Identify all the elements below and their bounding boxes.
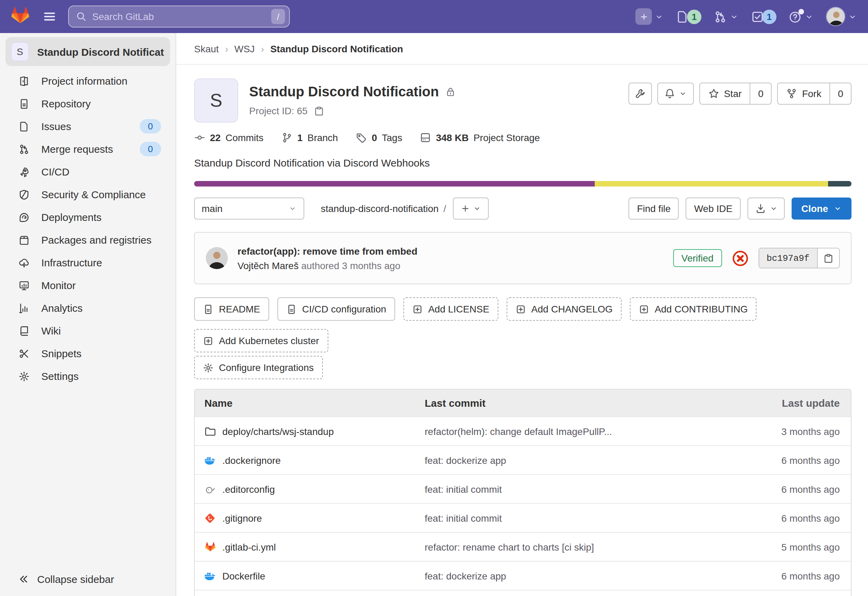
table-row[interactable]: .dockerignore feat: dockerize app 6 mont… <box>195 445 851 474</box>
tags-stat[interactable]: 0Tags <box>356 132 402 143</box>
sidebar-item-infrastructure[interactable]: Infrastructure <box>0 251 176 274</box>
download-button[interactable] <box>747 198 785 220</box>
todos-count-badge: 1 <box>762 9 776 24</box>
sidebar-item-snippets[interactable]: Snippets <box>0 342 176 365</box>
admin-wrench-button[interactable] <box>628 83 651 105</box>
merge-request-icon <box>19 143 30 155</box>
project-context-name: Standup Discord Notificati... <box>37 46 164 58</box>
clone-label: Clone <box>801 203 828 214</box>
find-file-button[interactable]: Find file <box>629 198 679 220</box>
clone-button[interactable]: Clone <box>791 198 852 220</box>
analytics-icon <box>19 302 30 313</box>
star-label: Star <box>724 88 741 99</box>
sidebar-item-deployments[interactable]: Deployments <box>0 206 176 229</box>
commit-message[interactable]: refactor(app): remove time from embed <box>238 245 418 257</box>
search-input[interactable] <box>92 11 271 22</box>
table-row[interactable]: .gitlab-ci.yml refactor: rename chart to… <box>195 532 851 561</box>
file-commit-message[interactable]: feat: initial commit <box>425 484 738 494</box>
commit-author-name[interactable]: Vojtěch Mareš <box>238 260 298 271</box>
fork-button[interactable]: Fork 0 <box>777 83 852 105</box>
storage-stat[interactable]: 348 KBProject Storage <box>420 132 540 143</box>
add-file-button[interactable] <box>453 198 489 220</box>
user-menu[interactable] <box>826 7 857 26</box>
table-row[interactable]: M↓README.md feat: initial commit 6 month… <box>195 590 851 596</box>
language-bar[interactable] <box>194 181 852 186</box>
hamburger-menu-button[interactable] <box>43 10 56 24</box>
sidebar-item-project-information[interactable]: Project information <box>0 69 176 92</box>
table-row[interactable]: .editorconfig feat: initial commit 6 mon… <box>195 474 851 503</box>
web-ide-button[interactable]: Web IDE <box>686 198 741 220</box>
sidebar-project-context[interactable]: S Standup Discord Notificati... <box>6 37 170 66</box>
sidebar-item-settings[interactable]: Settings <box>0 365 176 388</box>
commit-sha-group: bc197a9f <box>758 248 840 268</box>
sidebar-item-monitor[interactable]: Monitor <box>0 274 176 297</box>
add-changelog-button[interactable]: Add CHANGELOG <box>506 297 622 321</box>
search-shortcut-badge: / <box>271 9 285 24</box>
commit-author-avatar[interactable] <box>206 247 228 269</box>
file-commit-message[interactable]: refactor: rename chart to charts [ci ski… <box>425 541 738 552</box>
configure-integrations-button[interactable]: Configure Integrations <box>194 356 323 379</box>
commits-stat[interactable]: 22Commits <box>194 132 264 143</box>
sidebar-item-label: Repository <box>41 98 90 109</box>
copy-icon[interactable] <box>817 248 839 268</box>
add-license-button[interactable]: Add LICENSE <box>403 297 498 321</box>
todos-menu[interactable]: 1 <box>751 9 776 24</box>
file-name[interactable]: .gitlab-ci.yml <box>222 541 276 552</box>
search-box[interactable]: / <box>68 6 290 28</box>
file-commit-message[interactable]: feat: initial commit <box>425 512 738 524</box>
table-row[interactable]: Dockerfile feat: dockerize app 6 months … <box>195 561 851 590</box>
project-title: Standup Discord Notification <box>249 84 439 100</box>
sidebar-item-repository[interactable]: Repository <box>0 92 176 115</box>
sidebar-item-analytics[interactable]: Analytics <box>0 297 176 319</box>
folder-icon <box>204 426 216 437</box>
help-menu[interactable] <box>789 10 813 23</box>
sidebar-item-label: Wiki <box>41 325 61 336</box>
sidebar-item-cicd[interactable]: CI/CD <box>0 160 176 183</box>
verified-badge[interactable]: Verified <box>673 249 722 267</box>
gitlab-project-page: / 1 1 <box>0 0 868 596</box>
readme-button[interactable]: README <box>194 297 269 321</box>
sidebar-item-security-compliance[interactable]: Security & Compliance <box>0 183 176 206</box>
breadcrumb-link[interactable]: WSJ <box>235 43 255 54</box>
sidebar-item-issues[interactable]: Issues 0 <box>0 115 176 138</box>
collapse-sidebar-button[interactable]: Collapse sidebar <box>0 562 176 596</box>
commit-sha: bc197a9f <box>759 248 817 268</box>
file-name[interactable]: .editorconfig <box>222 484 275 494</box>
breadcrumb-link[interactable]: Skaut <box>194 43 219 54</box>
add-contributing-button[interactable]: Add CONTRIBUTING <box>630 297 757 321</box>
file-commit-message[interactable]: feat: dockerize app <box>425 454 738 466</box>
merge-requests-menu[interactable] <box>714 10 739 23</box>
star-count[interactable]: 0 <box>750 83 771 104</box>
table-row[interactable]: .gitignore feat: initial commit 6 months… <box>195 503 851 532</box>
copy-icon[interactable] <box>314 106 324 116</box>
notifications-button[interactable] <box>657 83 694 105</box>
chevron-down-icon <box>288 204 297 212</box>
add-kubernetes-cluster-button[interactable]: Add Kubernetes cluster <box>194 329 328 353</box>
fork-count[interactable]: 0 <box>830 83 851 104</box>
star-button[interactable]: Star 0 <box>699 83 772 105</box>
branches-stat[interactable]: 1Branch <box>282 132 338 143</box>
file-name[interactable]: .gitignore <box>222 512 262 524</box>
new-menu[interactable] <box>635 8 664 25</box>
scissors-icon <box>19 348 30 359</box>
column-name: Name <box>204 397 425 409</box>
monitor-icon <box>19 280 30 291</box>
cicd-configuration-button[interactable]: CI/CD configuration <box>278 297 395 321</box>
table-row[interactable]: deploy/charts/wsj-standup refactor(helm)… <box>195 416 851 445</box>
gitlab-logo-icon[interactable] <box>11 6 30 27</box>
repo-path[interactable]: standup-discord-notification <box>321 203 438 214</box>
git-icon <box>204 512 216 524</box>
deployments-icon <box>19 212 30 223</box>
file-name[interactable]: Dockerfile <box>222 570 265 581</box>
sidebar-item-packages-registries[interactable]: Packages and registries <box>0 229 176 251</box>
pipeline-failed-icon[interactable] <box>731 249 748 267</box>
file-name[interactable]: .dockerignore <box>222 454 281 466</box>
sidebar-item-merge-requests[interactable]: Merge requests 0 <box>0 138 176 160</box>
sidebar-item-wiki[interactable]: Wiki <box>0 319 176 342</box>
file-commit-message[interactable]: feat: dockerize app <box>425 570 738 581</box>
file-commit-message[interactable]: refactor(helm): change default ImagePull… <box>425 426 738 437</box>
issues-menu[interactable]: 1 <box>676 9 701 24</box>
file-name[interactable]: deploy/charts/wsj-standup <box>222 426 334 437</box>
project-id: Project ID: 65 <box>249 105 308 116</box>
branch-selector[interactable]: main <box>194 198 304 220</box>
